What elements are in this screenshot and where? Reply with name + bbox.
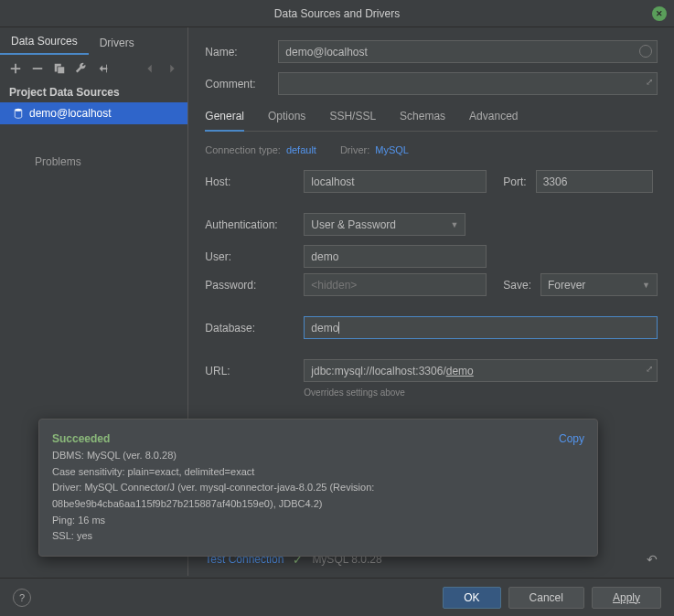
database-icon xyxy=(13,108,24,119)
database-input[interactable]: demo xyxy=(304,316,658,339)
name-input[interactable] xyxy=(278,40,658,63)
tab-data-sources[interactable]: Data Sources xyxy=(0,29,89,55)
user-input[interactable] xyxy=(304,245,487,268)
duplicate-icon[interactable] xyxy=(53,62,66,75)
row-auth: Authentication: User & Password ▼ xyxy=(205,213,658,236)
row-url: URL: jdbc:mysql://localhost:3306/demo ⤢ xyxy=(205,359,658,382)
url-input[interactable]: jdbc:mysql://localhost:3306/demo ⤢ xyxy=(304,359,658,382)
dialog-title: Data Sources and Drivers xyxy=(274,7,400,20)
arrow-left-icon[interactable] xyxy=(144,62,156,75)
reset-name-icon[interactable] xyxy=(639,45,652,58)
port-input[interactable] xyxy=(536,170,653,193)
popup-success: Succeeded xyxy=(52,430,584,448)
chevron-down-icon: ▼ xyxy=(450,220,458,229)
popup-dbms: DBMS: MySQL (ver. 8.0.28) xyxy=(52,448,584,464)
row-database: Database: demo xyxy=(205,316,658,339)
ok-button[interactable]: OK xyxy=(443,587,500,609)
label-auth: Authentication: xyxy=(205,218,304,231)
popup-driver: Driver: MySQL Connector/J (ver. mysql-co… xyxy=(52,480,584,496)
copy-link[interactable]: Copy xyxy=(559,430,584,448)
row-comment: Comment: ⤢ xyxy=(205,72,658,95)
expand-icon[interactable]: ⤢ xyxy=(646,364,653,374)
test-connection-popup: Succeeded Copy DBMS: MySQL (ver. 8.0.28)… xyxy=(38,419,598,557)
undo-icon[interactable]: ↶ xyxy=(647,552,658,567)
label-password: Password: xyxy=(205,279,304,292)
arrow-right-icon[interactable] xyxy=(166,62,178,75)
tab-sshssl[interactable]: SSH/SSL xyxy=(329,104,376,131)
label-url: URL: xyxy=(205,365,304,377)
url-prefix: jdbc:mysql://localhost:3306/ xyxy=(311,365,445,377)
conn-type-link[interactable]: default xyxy=(286,144,316,155)
problems-section[interactable]: Problems xyxy=(0,148,187,175)
row-password: Password: Save: Forever ▼ xyxy=(205,273,658,296)
authentication-dropdown[interactable]: User & Password ▼ xyxy=(304,213,465,236)
cancel-button[interactable]: Cancel xyxy=(508,587,584,609)
tab-schemas[interactable]: Schemas xyxy=(400,104,445,131)
left-toolbar xyxy=(0,55,187,82)
conn-type-label: Connection type: xyxy=(205,144,281,155)
driver-link[interactable]: MySQL xyxy=(375,144,409,155)
add-icon[interactable] xyxy=(9,62,22,75)
save-dropdown[interactable]: Forever ▼ xyxy=(540,273,658,296)
label-user: User: xyxy=(205,250,304,263)
tab-general[interactable]: General xyxy=(205,104,244,132)
password-input[interactable] xyxy=(304,273,487,296)
label-database: Database: xyxy=(205,322,304,335)
revert-icon[interactable] xyxy=(97,62,110,75)
driver-label: Driver: xyxy=(340,144,369,155)
footer: ? OK Cancel Apply xyxy=(0,578,674,616)
content-tabs: General Options SSH/SSL Schemas Advanced xyxy=(205,104,658,132)
tree-item-label: demo@localhost xyxy=(29,107,112,120)
label-host: Host: xyxy=(205,175,304,188)
comment-input[interactable]: ⤢ xyxy=(278,72,658,95)
apply-button[interactable]: Apply xyxy=(592,587,661,609)
host-input[interactable] xyxy=(304,170,487,193)
row-host: Host: Port: xyxy=(205,170,658,193)
popup-ssl: SSL: yes xyxy=(52,528,584,545)
remove-icon[interactable] xyxy=(31,62,44,75)
close-icon[interactable] xyxy=(652,6,667,21)
popup-case: Case sensitivity: plain=exact, delimited… xyxy=(52,464,584,481)
label-comment: Comment: xyxy=(205,78,278,90)
section-project-data-sources: Project Data Sources xyxy=(0,82,187,102)
auth-dropdown-value: User & Password xyxy=(311,218,396,231)
wrench-icon[interactable] xyxy=(75,62,88,75)
tab-drivers[interactable]: Drivers xyxy=(89,31,145,55)
row-user: User: xyxy=(205,245,658,268)
save-dropdown-value: Forever xyxy=(548,279,585,292)
tab-options[interactable]: Options xyxy=(268,104,305,131)
row-name: Name: xyxy=(205,40,658,63)
chevron-down-icon: ▼ xyxy=(642,281,650,290)
help-icon[interactable]: ? xyxy=(13,589,31,607)
expand-icon[interactable]: ⤢ xyxy=(646,77,653,87)
override-note: Overrides settings above xyxy=(304,388,658,398)
connection-info: Connection type: default Driver: MySQL xyxy=(205,144,658,155)
label-name: Name: xyxy=(205,46,278,58)
popup-revision: 08be9e9b4cba6aa115f9b27b215887af40b159e0… xyxy=(52,496,584,513)
svg-point-0 xyxy=(15,109,22,112)
left-panel-tabs: Data Sources Drivers xyxy=(0,27,187,55)
label-save: Save: xyxy=(487,279,540,292)
titlebar: Data Sources and Drivers xyxy=(0,0,674,27)
label-port: Port: xyxy=(487,175,535,188)
url-demo: demo xyxy=(446,365,474,377)
tab-advanced[interactable]: Advanced xyxy=(469,104,518,131)
tree-item-demo[interactable]: demo@localhost xyxy=(0,102,187,124)
popup-ping: Ping: 16 ms xyxy=(52,513,584,529)
